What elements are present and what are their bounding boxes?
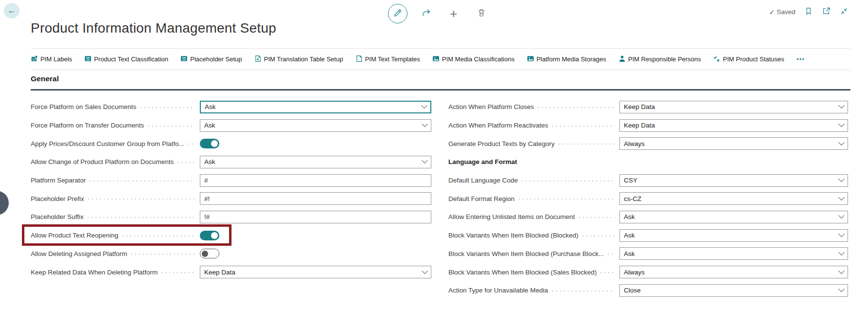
fields-column-right: Action When Platform Closes Keep Data Ac…: [448, 98, 848, 300]
menu-item-pim-product-statuses[interactable]: PIM Product Statuses: [713, 55, 784, 64]
combobox-default-language-code[interactable]: CSY: [619, 174, 848, 187]
combobox-value: Ask: [624, 232, 836, 239]
combobox-action-when-platform-reactivates[interactable]: Keep Data: [619, 119, 848, 132]
combobox-value: Always: [624, 269, 836, 276]
combobox-action-when-platform-closes[interactable]: Keep Data: [619, 101, 848, 113]
menu-item-pim-labels[interactable]: 123 PIM Labels: [31, 55, 72, 64]
input-value: #: [204, 177, 427, 184]
section-header-general[interactable]: General: [31, 74, 59, 83]
field-row: Platform Separator #: [31, 171, 431, 190]
field-label: Keep Related Data When Deleting Platform: [31, 269, 157, 276]
combobox-force-platform-on-transfer-documents[interactable]: Ask: [200, 119, 431, 132]
combobox-value: Ask: [624, 250, 836, 257]
combobox-value: Keep Data: [624, 103, 836, 110]
combobox-block-variants-sales-blocked[interactable]: Always: [619, 266, 848, 278]
action-menu-bar: 123 PIM Labels Product Text Classificati…: [31, 49, 850, 70]
dotted-leader: [140, 107, 195, 108]
collapse-button[interactable]: [840, 7, 849, 18]
combobox-action-type-for-unavailable-media[interactable]: Close: [619, 284, 848, 297]
combobox-default-format-region[interactable]: cs-CZ: [619, 192, 848, 205]
toggle-apply-prices-discount-customer-group[interactable]: [200, 139, 219, 148]
edit-pencil-button[interactable]: [388, 4, 407, 23]
field-row: Allow Entering Unlisted Items on Documen…: [448, 208, 848, 226]
back-button[interactable]: ←: [4, 3, 19, 18]
field-label: Action When Platform Closes: [448, 103, 534, 110]
labels-icon: 123: [31, 55, 38, 64]
menu-more-button[interactable]: ⋯: [796, 55, 805, 64]
field-row: Default Language Code CSY: [448, 171, 848, 190]
menu-item-label: Product Text Classification: [94, 55, 168, 63]
combobox-allow-entering-unlisted-items[interactable]: Ask: [619, 211, 848, 223]
dotted-leader: [88, 217, 195, 218]
field-row: Default Format Region cs-CZ: [448, 189, 848, 208]
combobox-allow-change-of-product-platform[interactable]: Ask: [200, 156, 431, 168]
menu-item-pim-responsible-persons[interactable]: PIM Responsible Persons: [618, 55, 701, 64]
field-row: Force Platform on Transfer Documents Ask: [31, 116, 431, 135]
open-in-new-window-button[interactable]: [822, 6, 831, 18]
open-window-icon: [822, 6, 831, 18]
share-icon: [421, 8, 431, 20]
combobox-block-variants-purchase-blocked[interactable]: Ask: [619, 247, 848, 260]
field-label: Allow Deleting Assigned Platform: [31, 250, 127, 257]
dotted-leader: [122, 236, 195, 237]
toggle-allow-product-text-reopening[interactable]: [200, 231, 219, 240]
input-platform-separator[interactable]: #: [200, 174, 431, 187]
dotted-leader: [177, 162, 195, 163]
list-icon: [84, 55, 92, 64]
menu-item-pim-media-classifications[interactable]: PIM Media Classifications: [432, 55, 515, 64]
field-label: Force Platform on Sales Documents: [31, 103, 136, 110]
pencil-icon: [393, 8, 403, 19]
menu-item-platform-media-storages[interactable]: Platform Media Storages: [527, 55, 606, 64]
combobox-force-platform-on-sales-documents[interactable]: Ask: [200, 101, 431, 113]
chevron-down-icon: [838, 121, 845, 127]
field-label: Block Variants When Item Blocked (Sales …: [448, 269, 597, 276]
field-label: Default Format Region: [448, 195, 515, 202]
field-row: Generate Product Texts by Category Alway…: [448, 134, 848, 153]
collapse-arrows-icon: [840, 7, 849, 18]
field-row: Placeholder Suffix !#: [31, 208, 431, 226]
delete-button[interactable]: [477, 8, 486, 19]
combobox-block-variants-blocked[interactable]: Ask: [619, 229, 848, 242]
field-row: Action Type for Unavailable Media Close: [448, 281, 848, 300]
combobox-generate-product-texts-by-category[interactable]: Always: [619, 137, 848, 150]
plus-icon: +: [450, 9, 457, 18]
field-label: Block Variants When Item Blocked (Blocke…: [448, 232, 579, 239]
dotted-leader: [148, 126, 195, 127]
chevron-down-icon: [838, 194, 845, 201]
bookmark-button[interactable]: [804, 7, 813, 18]
toggle-knob: [211, 232, 218, 239]
field-row: Placeholder Prefix #!: [31, 189, 431, 208]
menu-item-placeholder-setup[interactable]: Placeholder Setup: [180, 55, 242, 64]
subsection-row: Language and Format: [448, 153, 848, 171]
toggle-allow-deleting-assigned-platform[interactable]: [200, 249, 219, 258]
combobox-keep-related-data-when-deleting-platform[interactable]: Keep Data: [200, 266, 431, 278]
left-edge-marker: [0, 191, 9, 215]
field-label: Force Platform on Transfer Documents: [31, 122, 144, 129]
menu-item-pim-text-templates[interactable]: PIM Text Templates: [355, 55, 420, 64]
combobox-value: Ask: [204, 122, 420, 129]
dotted-leader: [582, 236, 615, 237]
field-row: Allow Deleting Assigned Platform: [31, 245, 431, 263]
chevron-down-icon: [838, 268, 845, 274]
field-label: Block Variants When Item Blocked (Purcha…: [448, 250, 604, 257]
menu-item-label: PIM Translation Table Setup: [264, 55, 343, 63]
new-button[interactable]: +: [450, 9, 457, 18]
menu-item-product-text-classification[interactable]: Product Text Classification: [84, 55, 168, 64]
saved-text: Saved: [777, 8, 795, 16]
media-icon: [432, 55, 440, 64]
field-row: Block Variants When Item Blocked (Blocke…: [448, 226, 848, 245]
section-underline: [31, 89, 850, 91]
field-label: Allow Entering Unlisted Items on Documen…: [448, 213, 575, 220]
input-placeholder-prefix[interactable]: #!: [200, 192, 431, 205]
dotted-leader: [188, 144, 195, 145]
input-placeholder-suffix[interactable]: !#: [200, 211, 431, 223]
share-button[interactable]: [421, 8, 431, 20]
field-label: Default Language Code: [448, 177, 518, 184]
chevron-down-icon: [838, 176, 845, 182]
subsection-header-language-and-format: Language and Format: [448, 158, 517, 165]
template-icon: [355, 55, 363, 64]
page-toolbar: +: [388, 4, 486, 23]
list-icon: [180, 55, 188, 64]
menu-item-pim-translation-table-setup[interactable]: PIM Translation Table Setup: [254, 55, 343, 64]
menu-item-label: PIM Product Statuses: [723, 55, 784, 63]
